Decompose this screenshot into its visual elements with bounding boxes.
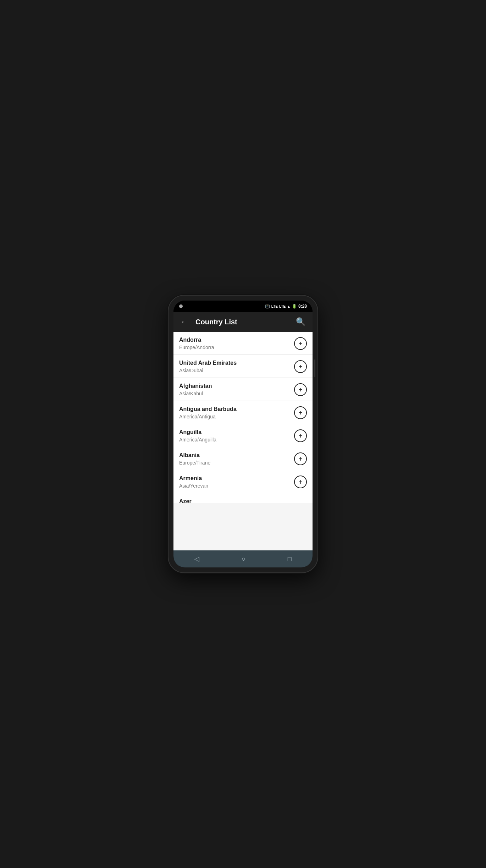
country-info: AndorraEurope/Andorra: [179, 337, 214, 350]
country-list-item[interactable]: AnguillaAmerica/Anguilla+: [173, 424, 313, 447]
plus-icon: +: [298, 340, 303, 347]
country-timezone: Europe/Tirane: [179, 460, 210, 466]
status-indicator: [179, 304, 183, 308]
add-country-button[interactable]: +: [294, 406, 307, 419]
country-list-content: AndorraEurope/Andorra+United Arab Emirat…: [173, 332, 313, 550]
nav-bar: ◁ ○ □: [173, 550, 313, 567]
country-list-item[interactable]: AndorraEurope/Andorra+: [173, 332, 313, 355]
add-country-button[interactable]: +: [294, 429, 307, 442]
back-button[interactable]: ←: [179, 316, 190, 328]
country-list-item-partial: Azer: [173, 493, 313, 503]
add-country-button[interactable]: +: [294, 383, 307, 396]
country-name-partial: Azer: [179, 498, 192, 503]
country-info: Antigua and BarbudaAmerica/Antigua: [179, 406, 237, 419]
country-list-item[interactable]: AfghanistanAsia/Kabul+: [173, 378, 313, 401]
app-bar: ← Country List 🔍: [173, 312, 313, 332]
country-name: Albania: [179, 452, 210, 458]
plus-icon: +: [298, 363, 303, 370]
app-bar-title: Country List: [195, 318, 294, 326]
search-button[interactable]: 🔍: [294, 316, 307, 328]
signal-bars-icon: ▲: [287, 304, 291, 308]
signal-vibrate-icon: 📳: [265, 304, 270, 309]
battery-icon: 🔋: [292, 304, 297, 309]
country-list-item[interactable]: Antigua and BarbudaAmerica/Antigua+: [173, 401, 313, 424]
country-timezone: America/Anguilla: [179, 437, 216, 443]
add-country-button[interactable]: +: [294, 476, 307, 488]
country-info: ArmeniaAsia/Yerevan: [179, 475, 208, 489]
plus-icon: +: [298, 455, 303, 462]
nav-home-button[interactable]: ○: [233, 553, 254, 566]
add-country-button[interactable]: +: [294, 360, 307, 373]
country-name: Armenia: [179, 475, 208, 482]
country-list-item[interactable]: AlbaniaEurope/Tirane+: [173, 447, 313, 470]
plus-icon: +: [298, 409, 303, 416]
add-country-button[interactable]: +: [294, 337, 307, 350]
country-timezone: America/Antigua: [179, 414, 237, 419]
nav-back-button[interactable]: ◁: [186, 552, 208, 566]
nav-recent-button[interactable]: □: [279, 553, 300, 566]
country-info: United Arab EmiratesAsia/Dubai: [179, 360, 237, 373]
country-name: United Arab Emirates: [179, 360, 237, 366]
country-name: Andorra: [179, 337, 214, 343]
country-timezone: Europe/Andorra: [179, 345, 214, 350]
country-name: Anguilla: [179, 429, 216, 435]
country-info: AlbaniaEurope/Tirane: [179, 452, 210, 466]
status-time: 8:28: [298, 304, 307, 309]
country-name: Afghanistan: [179, 383, 212, 389]
lte-label-2: LTE: [279, 304, 286, 308]
country-timezone: Asia/Kabul: [179, 391, 212, 396]
plus-icon: +: [298, 432, 303, 439]
country-info: AfghanistanAsia/Kabul: [179, 383, 212, 396]
country-name: Antigua and Barbuda: [179, 406, 237, 412]
plus-icon: +: [298, 386, 303, 393]
country-info: AnguillaAmerica/Anguilla: [179, 429, 216, 443]
phone-inner: 📳 LTE LTE ▲ 🔋 8:28 ← Country List 🔍 Ando…: [173, 301, 313, 567]
status-right: 📳 LTE LTE ▲ 🔋 8:28: [265, 304, 307, 309]
status-left: [179, 304, 183, 308]
country-timezone: Asia/Yerevan: [179, 483, 208, 489]
lte-label-1: LTE: [271, 304, 278, 308]
add-country-button[interactable]: +: [294, 452, 307, 465]
phone-frame: 📳 LTE LTE ▲ 🔋 8:28 ← Country List 🔍 Ando…: [169, 296, 317, 572]
country-timezone: Asia/Dubai: [179, 368, 237, 373]
country-list-item[interactable]: ArmeniaAsia/Yerevan+: [173, 470, 313, 493]
side-button: [314, 359, 315, 377]
plus-icon: +: [298, 478, 303, 485]
status-bar: 📳 LTE LTE ▲ 🔋 8:28: [173, 301, 313, 312]
country-list-item[interactable]: United Arab EmiratesAsia/Dubai+: [173, 355, 313, 378]
